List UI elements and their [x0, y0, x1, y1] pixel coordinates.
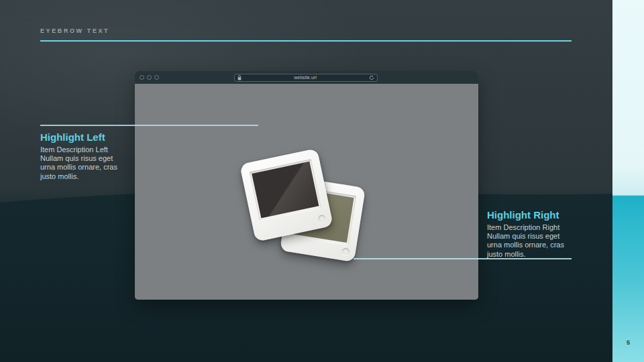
photo-slide-back-notch	[341, 247, 350, 256]
browser-window: website.url	[135, 71, 478, 300]
highlight-left-title: Highlight Left	[40, 131, 127, 143]
highlight-right: Highlight Right Item Description Right N…	[487, 209, 574, 259]
traffic-lights	[140, 75, 159, 80]
browser-titlebar: website.url	[135, 71, 478, 84]
highlight-right-description: Item Description Right Nullam quis risus…	[487, 223, 574, 259]
highlight-right-title: Highlight Right	[487, 209, 574, 221]
photo-slide-front-notch	[317, 215, 326, 223]
photo-slide-front-well	[250, 159, 321, 221]
traffic-light-zoom-icon[interactable]	[154, 75, 159, 80]
eyebrow-rule	[40, 40, 572, 42]
photo-slides-icon	[135, 84, 478, 300]
eyebrow-text: EYEBROW TEXT	[40, 27, 109, 34]
url-bar[interactable]: website.url	[234, 74, 378, 82]
page-number: 5	[612, 339, 644, 346]
presentation-slide: EYEBROW TEXT website.url	[0, 0, 644, 362]
traffic-light-close-icon[interactable]	[140, 75, 144, 80]
url-text: website.url	[241, 74, 369, 81]
photo-slide-front	[239, 148, 333, 242]
refresh-icon[interactable]	[369, 75, 374, 80]
highlight-left-description: Item Description Left Nullam quis risus …	[40, 145, 127, 181]
highlight-left: Highlight Left Item Description Left Nul…	[40, 131, 127, 181]
traffic-light-minimize-icon[interactable]	[147, 75, 152, 80]
highlight-left-rule	[40, 125, 258, 126]
photo-slide-front-image	[252, 162, 319, 219]
highlight-right-rule	[354, 258, 572, 259]
accent-band	[612, 0, 644, 362]
browser-content	[135, 84, 478, 300]
